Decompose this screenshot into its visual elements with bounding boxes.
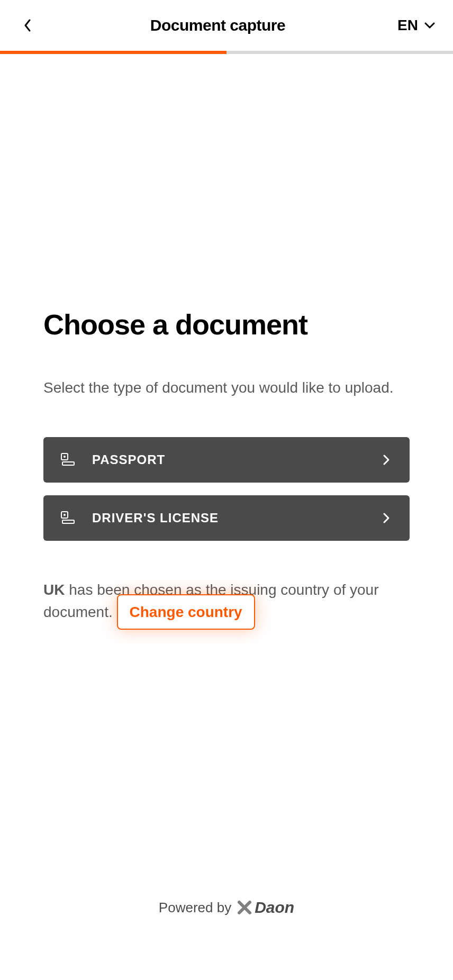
id-card-icon: [60, 510, 76, 526]
brand-name: Daon: [255, 899, 294, 917]
page-header-title: Document capture: [150, 16, 285, 34]
page-title: Choose a document: [43, 308, 410, 341]
x-icon: [237, 900, 252, 915]
document-option-drivers-license[interactable]: DRIVER'S LICENSE: [43, 495, 410, 541]
progress-bar: [0, 51, 453, 54]
chevron-left-icon: [23, 18, 32, 33]
powered-by-label: Powered by: [159, 900, 231, 916]
chevron-down-icon: [423, 21, 436, 30]
language-selector[interactable]: EN: [397, 17, 436, 34]
chevron-right-icon: [380, 453, 393, 466]
document-option-passport[interactable]: PASSPORT: [43, 437, 410, 483]
country-info: UK has been chosen as the issuing countr…: [43, 579, 410, 623]
brand-logo: Daon: [237, 899, 294, 917]
svg-rect-5: [62, 520, 74, 523]
progress-fill: [0, 51, 226, 54]
document-option-label: DRIVER'S LICENSE: [92, 511, 380, 525]
back-button[interactable]: [17, 15, 38, 36]
svg-point-1: [64, 456, 66, 458]
language-label: EN: [397, 17, 418, 34]
svg-point-4: [64, 514, 66, 516]
document-option-label: PASSPORT: [92, 452, 380, 467]
chevron-right-icon: [380, 512, 393, 524]
page-subtitle: Select the type of document you would li…: [43, 377, 410, 399]
id-card-icon: [60, 452, 76, 468]
footer: Powered by Daon: [0, 877, 453, 980]
country-selected: UK: [43, 582, 65, 598]
change-country-link[interactable]: Change country: [117, 594, 255, 630]
svg-rect-2: [62, 462, 74, 465]
